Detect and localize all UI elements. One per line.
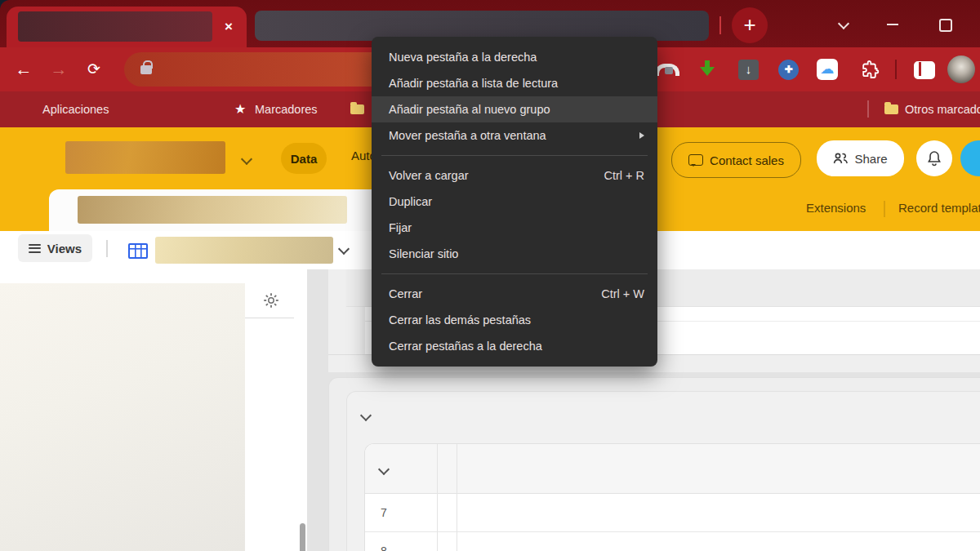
data-tab-button[interactable]: Data: [281, 143, 327, 174]
menu-item-add-to-new-group[interactable]: Añadir pestaña al nuevo grupo: [372, 96, 657, 122]
other-bookmarks-label[interactable]: Otros marcadores: [905, 91, 980, 127]
download-arrow-extension-icon[interactable]: [700, 60, 721, 82]
menu-item-reload[interactable]: Volver a cargar Ctrl + R: [372, 162, 657, 189]
account-avatar[interactable]: [960, 140, 980, 176]
tabrow-separator: [884, 201, 885, 217]
group-card-level2: 7 8: [346, 391, 980, 551]
chat-icon: [688, 154, 703, 166]
hamburger-icon: [29, 244, 41, 253]
tab-close-icon[interactable]: ×: [219, 17, 238, 37]
view-name-redacted[interactable]: [155, 237, 333, 264]
vpn-extension-icon[interactable]: [655, 59, 676, 80]
star-icon: ★: [234, 91, 246, 127]
bookmarks-separator: [867, 100, 869, 118]
bell-icon: [927, 150, 942, 167]
contact-sales-label: Contact sales: [710, 153, 784, 167]
views-button[interactable]: Views: [18, 234, 92, 262]
views-list-redacted[interactable]: [0, 283, 245, 551]
menu-item-duplicate[interactable]: Duplicar: [372, 189, 657, 215]
menu-item-close[interactable]: Cerrar Ctrl + W: [372, 281, 657, 307]
views-label: Views: [47, 242, 82, 256]
group-collapse-chevron-icon[interactable]: [360, 410, 372, 421]
views-sidebar: [0, 269, 308, 551]
menu-item-close-right[interactable]: Cerrar pestañas a la derecha: [372, 333, 657, 359]
gear-icon[interactable]: [263, 292, 279, 309]
back-icon[interactable]: ←: [10, 47, 38, 91]
toolbar-separator: [895, 60, 897, 79]
vpn-lock-shape: [665, 67, 673, 74]
browser-tab-active[interactable]: ×: [7, 7, 247, 47]
column-gridline: [437, 444, 438, 551]
base-name-redacted[interactable]: [65, 141, 225, 174]
notifications-button[interactable]: [916, 140, 952, 176]
tab-search-chevron-icon[interactable]: [838, 18, 849, 29]
submenu-arrow-icon: [639, 132, 644, 139]
sidebar-divider: [245, 318, 294, 318]
extensions-puzzle-icon[interactable]: [860, 60, 880, 79]
bookmark-apps-label[interactable]: Aplicaciones: [42, 91, 109, 127]
blue-plus-extension-icon[interactable]: ✚: [778, 60, 799, 80]
people-icon: [833, 153, 849, 164]
menu-shortcut: Ctrl + W: [601, 287, 644, 300]
tab-title-redacted: [18, 11, 212, 42]
menu-separator: [381, 273, 648, 274]
menu-item-move-to-window[interactable]: Mover pestaña a otra ventana: [372, 122, 657, 149]
menu-item-close-others[interactable]: Cerrar las demás pestañas: [372, 307, 657, 333]
folder-icon[interactable]: [350, 104, 364, 114]
menu-item-mute-site[interactable]: Silenciar sitio: [372, 241, 657, 267]
bookmark-marcadores-label[interactable]: Marcadores: [255, 91, 318, 127]
downloader-extension-icon[interactable]: ↓: [738, 60, 759, 80]
share-button[interactable]: Share: [817, 140, 904, 176]
sidebar-scrollbar[interactable]: [300, 523, 305, 551]
column-gridline: [457, 444, 457, 551]
row-number: 7: [375, 494, 393, 531]
tab-context-menu: Nueva pestaña a la derecha Añadir pestañ…: [372, 37, 657, 367]
group-card-level1: 7 8: [328, 377, 980, 551]
menu-item-new-tab-right[interactable]: Nueva pestaña a la derecha: [372, 44, 657, 70]
base-chevron-icon[interactable]: [241, 153, 252, 165]
maximize-button[interactable]: [939, 19, 952, 32]
record-templates-link[interactable]: Record templates: [898, 201, 980, 215]
group-card-level3: 7 8: [364, 443, 980, 551]
new-tab-button[interactable]: +: [732, 7, 768, 43]
profile-avatar[interactable]: [947, 56, 975, 83]
contact-sales-button[interactable]: Contact sales: [671, 142, 801, 178]
menu-shortcut: Ctrl + R: [604, 169, 644, 182]
icloud-extension-icon[interactable]: ☁: [817, 59, 838, 80]
side-panel-icon[interactable]: [914, 61, 935, 79]
forward-icon[interactable]: →: [45, 47, 73, 91]
viewsbar-separator: [106, 240, 108, 257]
lock-icon-body: [140, 65, 152, 74]
reload-icon[interactable]: ⟳: [80, 47, 108, 91]
other-bookmarks-folder-icon[interactable]: [884, 104, 898, 114]
minimize-button[interactable]: [887, 24, 898, 25]
menu-item-pin[interactable]: Fijar: [372, 215, 657, 241]
subgroup-collapse-chevron-icon[interactable]: [378, 464, 390, 475]
view-chevron-icon[interactable]: [338, 243, 350, 255]
table-name-redacted: [78, 196, 347, 224]
screenshot-root: { "browser": { "active_tab_close": "×", …: [0, 0, 980, 551]
extensions-link[interactable]: Extensions: [806, 201, 866, 215]
grid-view-icon[interactable]: [128, 243, 148, 259]
row-number: 8: [375, 532, 393, 551]
tab-separator: [719, 16, 721, 34]
menu-item-add-to-reading-list[interactable]: Añadir pestaña a lista de lectura: [372, 70, 657, 96]
menu-separator: [381, 155, 648, 156]
share-label: Share: [854, 152, 887, 166]
